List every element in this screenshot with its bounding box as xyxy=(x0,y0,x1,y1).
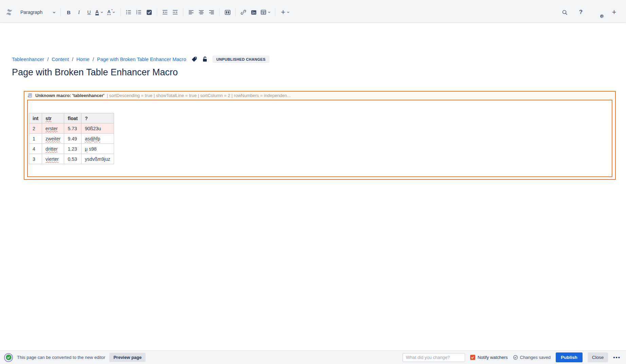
user-avatar[interactable] xyxy=(592,7,603,18)
misspelled-text: µ xyxy=(85,146,88,152)
version-comment-input[interactable] xyxy=(403,353,465,362)
table-cell: 9.49 xyxy=(64,134,81,144)
cell-text: 9.49 xyxy=(68,136,77,141)
notify-watchers-label: Notify watchers xyxy=(478,355,508,360)
cell-text: int xyxy=(33,116,38,121)
table-cell: 5.73 xyxy=(64,123,81,134)
create-button[interactable]: + xyxy=(609,7,619,17)
breadcrumb-separator: / xyxy=(93,57,94,62)
notify-watchers-option[interactable]: Notify watchers xyxy=(470,355,508,360)
breadcrumb-link-content[interactable]: Content xyxy=(52,57,69,62)
misspelled-text: erster xyxy=(45,126,58,131)
cell-text: 3 xyxy=(33,156,35,162)
link-button[interactable] xyxy=(238,7,248,17)
editor-toolbar: Paragraph B I U A A° xyxy=(0,0,626,23)
underline-button[interactable]: U xyxy=(84,7,94,17)
bullet-list-button[interactable] xyxy=(124,7,134,17)
chevron-down-icon xyxy=(287,11,290,14)
bullet-list-icon xyxy=(126,9,131,15)
indent-button[interactable] xyxy=(170,7,180,17)
table-cell: vierter xyxy=(42,154,64,164)
toolbar-right-group: ? + xyxy=(559,7,619,18)
table-cell: dritter xyxy=(42,144,64,154)
outdent-icon xyxy=(162,9,168,15)
page-title[interactable]: Page with Broken Table Enhancer Macro xyxy=(12,67,626,78)
labels-icon[interactable] xyxy=(191,56,197,62)
notify-watchers-checkbox[interactable] xyxy=(470,355,475,360)
cell-text: 90ß23u xyxy=(85,126,101,131)
table-cell: 1 xyxy=(29,134,42,144)
chevron-down-icon xyxy=(268,11,271,14)
toolbar-divider xyxy=(235,8,236,16)
macro-title: Unknown macro: 'tableenhancer' xyxy=(35,93,104,98)
checkmark-icon xyxy=(7,356,10,359)
table-cell: 2 xyxy=(29,123,42,134)
table-cell: zweiter xyxy=(42,134,64,144)
indent-icon xyxy=(172,9,178,15)
misspelled-text: str xyxy=(45,116,52,121)
breadcrumb-link-page[interactable]: Page with Broken Table Enhancer Macro xyxy=(97,57,186,62)
outdent-button[interactable] xyxy=(160,7,170,17)
breadcrumb-link-space[interactable]: Tableenhancer xyxy=(12,57,44,62)
table-header-cell: ? xyxy=(81,113,114,123)
cell-text: float xyxy=(68,116,78,121)
table-cell: erster xyxy=(42,123,64,134)
link-icon xyxy=(241,9,246,15)
toolbar-divider xyxy=(275,8,275,16)
table-button[interactable] xyxy=(259,7,272,17)
checkmark-icon xyxy=(471,356,474,359)
page-layout-icon xyxy=(225,9,231,15)
macro-body: intstrfloat? 2erster5.7390ß23u1zweiter9.… xyxy=(27,100,612,177)
table-row: 2erster5.7390ß23u xyxy=(29,123,114,134)
table-cell: asdjhfp xyxy=(81,134,114,144)
misspelled-text: vierter xyxy=(45,156,59,162)
table-row: 3vierter0.53ysdvßm9juz xyxy=(29,154,114,164)
task-list-button[interactable] xyxy=(144,7,154,17)
more-formatting-button[interactable]: A° xyxy=(104,7,118,17)
chevron-down-icon xyxy=(100,11,103,14)
macro-params: | sortDescending = true | showTotalLine … xyxy=(107,93,291,98)
confluence-editor: Paragraph B I U A A° xyxy=(0,0,626,364)
align-left-button[interactable] xyxy=(186,7,196,17)
align-right-button[interactable] xyxy=(206,7,217,17)
more-actions-button[interactable]: ••• xyxy=(613,355,621,360)
cell-text: s98 xyxy=(88,146,96,152)
page-meta-icons xyxy=(191,56,208,62)
convert-notice-text: This page can be converted to the new ed… xyxy=(17,355,105,360)
text-color-button[interactable]: A xyxy=(94,7,104,17)
toolbar-left-group: Paragraph B I U A A° xyxy=(5,7,292,17)
avatar-status-badge xyxy=(600,14,604,19)
publish-button[interactable]: Publish xyxy=(556,352,583,362)
unrestricted-icon[interactable] xyxy=(202,56,208,62)
table-cell: 1.23 xyxy=(64,144,81,154)
task-list-icon xyxy=(146,9,152,15)
close-button[interactable]: Close xyxy=(588,352,608,362)
italic-button[interactable]: I xyxy=(74,7,84,17)
search-button[interactable] xyxy=(559,7,570,17)
chevron-down-icon xyxy=(53,11,56,14)
align-center-button[interactable] xyxy=(196,7,206,17)
footer-left: This page can be converted to the new ed… xyxy=(4,353,146,362)
toolbar-divider xyxy=(183,8,183,16)
table-cell: 90ß23u xyxy=(81,123,114,134)
breadcrumb-link-home[interactable]: Home xyxy=(76,57,90,62)
unknown-macro-box[interactable]: Unknown macro: 'tableenhancer' | sortDes… xyxy=(24,91,616,180)
image-button[interactable] xyxy=(248,7,259,17)
cell-text: 0.53 xyxy=(68,156,77,162)
bold-button[interactable]: B xyxy=(63,7,74,17)
help-button[interactable]: ? xyxy=(576,7,586,17)
macro-table: intstrfloat? 2erster5.7390ß23u1zweiter9.… xyxy=(29,113,114,164)
status-badge: UNPUBLISHED CHANGES xyxy=(213,56,269,63)
editor-convert-icon[interactable] xyxy=(4,353,13,362)
toolbar-divider xyxy=(121,8,121,16)
confluence-logo-icon xyxy=(5,8,14,16)
align-right-icon xyxy=(209,9,214,15)
table-header-cell: int xyxy=(29,113,42,123)
table-cell: µ s98 xyxy=(81,144,114,154)
table-icon xyxy=(261,9,266,15)
preview-page-button[interactable]: Preview page xyxy=(109,353,146,362)
insert-more-button[interactable]: + xyxy=(278,7,292,17)
numbered-list-button[interactable] xyxy=(134,7,144,17)
paragraph-style-dropdown[interactable]: Paragraph xyxy=(18,8,58,16)
page-layout-button[interactable] xyxy=(222,7,233,17)
